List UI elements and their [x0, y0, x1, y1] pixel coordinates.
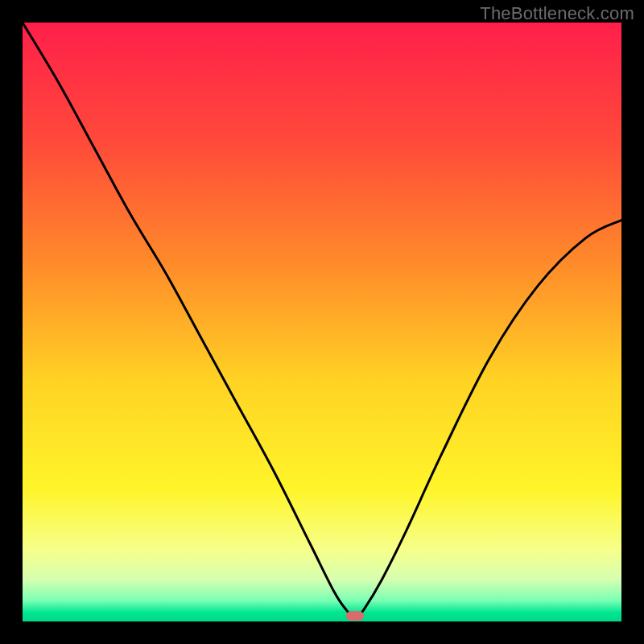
plot-area: [23, 23, 621, 621]
minimum-marker: [346, 611, 364, 621]
bottleneck-curve: [23, 23, 621, 621]
chart-frame: TheBottleneck.com: [0, 0, 644, 644]
watermark-label: TheBottleneck.com: [480, 3, 634, 24]
